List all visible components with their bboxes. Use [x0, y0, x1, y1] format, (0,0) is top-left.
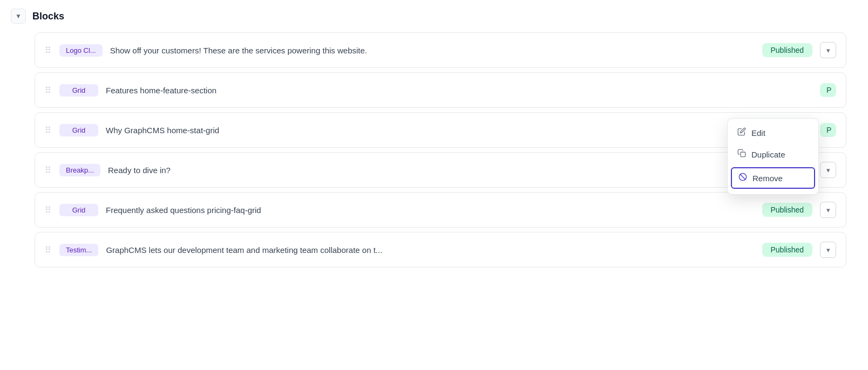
menu-item-edit[interactable]: Edit	[728, 122, 818, 143]
published-badge: Published	[762, 203, 813, 217]
drag-handle[interactable]: ⠿	[45, 125, 52, 135]
collapse-icon: ▼	[15, 12, 22, 20]
block-type-badge: Grid	[59, 84, 98, 97]
menu-item-duplicate[interactable]: Duplicate	[728, 143, 818, 165]
edit-icon	[737, 127, 746, 138]
published-badge-partial: P	[820, 83, 836, 97]
block-description: Features home-feature-section	[106, 86, 812, 95]
collapse-button[interactable]: ▼	[11, 9, 26, 24]
header-row: ▼ Blocks	[11, 9, 846, 24]
block-type-badge: Logo Cl...	[59, 44, 103, 57]
block-description: Ready to dive in?	[108, 166, 754, 175]
block-description: GraphCMS lets our development team and m…	[106, 245, 754, 255]
menu-item-edit-label: Edit	[751, 128, 765, 138]
menu-item-duplicate-label: Duplicate	[751, 150, 785, 159]
blocks-list: ⠿Logo Cl...Show off your customers! Thes…	[11, 32, 846, 268]
section-title: Blocks	[32, 11, 64, 22]
block-row: ⠿GridFeatures home-feature-sectionP	[35, 72, 846, 108]
published-badge: Published	[762, 43, 813, 57]
block-type-badge: Breakp...	[59, 164, 100, 176]
duplicate-icon	[737, 149, 746, 160]
block-row: ⠿Logo Cl...Show off your customers! Thes…	[35, 32, 846, 68]
published-badge: Published	[762, 243, 813, 257]
remove-icon	[738, 173, 747, 183]
block-description: Show off your customers! These are the s…	[110, 46, 755, 55]
status-dropdown-button[interactable]: ▾	[820, 42, 836, 58]
block-description: Why GraphCMS home-stat-grid	[106, 126, 812, 135]
menu-item-remove-label: Remove	[752, 174, 783, 183]
status-dropdown-button[interactable]: ▾	[820, 162, 836, 178]
block-row: ⠿Testim...GraphCMS lets our development …	[35, 232, 846, 268]
block-row: ⠿GridFrequently asked questions pricing-…	[35, 192, 846, 228]
menu-item-remove[interactable]: Remove	[731, 167, 815, 189]
block-row: ⠿Breakp...Ready to dive in?Published▾	[35, 152, 846, 188]
page-container: ▼ Blocks ⠿Logo Cl...Show off your custom…	[0, 0, 868, 370]
published-badge-partial: P	[820, 123, 836, 137]
block-type-badge: Testim...	[59, 244, 98, 256]
drag-handle[interactable]: ⠿	[45, 245, 52, 255]
drag-handle[interactable]: ⠿	[45, 205, 52, 215]
block-type-badge: Grid	[59, 204, 98, 216]
block-context-menu: EditDuplicateRemove	[727, 118, 819, 195]
block-type-badge: Grid	[59, 124, 98, 136]
svg-rect-0	[741, 152, 745, 157]
status-dropdown-button[interactable]: ▾	[820, 242, 836, 258]
block-row: ⠿GridWhy GraphCMS home-stat-gridPEditDup…	[35, 112, 846, 148]
drag-handle[interactable]: ⠿	[45, 85, 52, 95]
svg-line-2	[740, 174, 745, 179]
drag-handle[interactable]: ⠿	[45, 45, 52, 56]
drag-handle[interactable]: ⠿	[45, 165, 52, 175]
block-description: Frequently asked questions pricing-faq-g…	[106, 205, 755, 215]
status-dropdown-button[interactable]: ▾	[820, 202, 836, 218]
